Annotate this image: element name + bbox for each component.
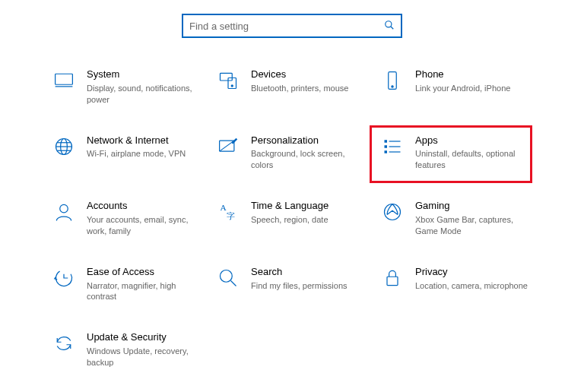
tile-desc: Wi-Fi, airplane mode, VPN [87, 148, 186, 160]
time-language-icon: A字 [216, 200, 240, 224]
tile-update-security[interactable]: Update & Security Windows Update, recove… [52, 331, 210, 368]
search-container [0, 0, 584, 68]
tile-title: Network & Internet [87, 134, 186, 147]
svg-point-27 [221, 270, 233, 282]
tile-title: Search [251, 266, 348, 279]
search-box[interactable] [182, 14, 402, 38]
tile-personalization[interactable]: Personalization Background, lock screen,… [216, 134, 374, 172]
system-icon [52, 68, 76, 93]
search-icon [384, 20, 395, 33]
svg-point-0 [386, 21, 392, 27]
search-input[interactable] [189, 21, 384, 32]
svg-point-6 [231, 85, 233, 87]
tile-devices[interactable]: Devices Bluetooth, printers, mouse [216, 68, 374, 106]
tile-desc: Display, sound, notifications, power [87, 83, 201, 106]
tile-desc: Narrator, magnifier, high contrast [87, 280, 201, 303]
sync-icon [52, 331, 76, 356]
svg-rect-4 [221, 73, 233, 81]
tile-title: Privacy [415, 266, 528, 279]
tile-desc: Bluetooth, printers, mouse [251, 83, 348, 94]
svg-point-25 [385, 204, 401, 220]
apps-list-icon [380, 134, 405, 159]
tile-desc: Background, lock screen, colors [251, 148, 365, 171]
tile-desc: Windows Update, recovery, backup [87, 346, 201, 368]
tile-time-language[interactable]: A字 Time & Language Speech, region, date [216, 200, 374, 237]
svg-rect-2 [56, 74, 73, 84]
tile-phone[interactable]: Phone Link your Android, iPhone [380, 68, 538, 106]
tile-title: Devices [251, 68, 348, 81]
ease-of-access-icon [52, 266, 76, 290]
tile-title: Personalization [251, 134, 365, 147]
svg-point-8 [392, 86, 393, 87]
paint-icon [216, 134, 240, 159]
svg-rect-29 [387, 277, 398, 285]
svg-point-22 [60, 205, 68, 213]
tile-gaming[interactable]: Gaming Xbox Game Bar, captures, Game Mod… [380, 200, 538, 237]
tile-title: Accounts [87, 200, 201, 213]
tile-search[interactable]: Search Find my files, permissions [216, 266, 374, 303]
lock-icon [380, 266, 405, 290]
svg-rect-16 [385, 140, 388, 143]
tile-title: System [87, 68, 201, 81]
tile-title: Phone [415, 68, 510, 81]
svg-rect-20 [385, 150, 388, 153]
gaming-icon [380, 200, 405, 224]
svg-rect-18 [385, 145, 388, 148]
tile-desc: Link your Android, iPhone [415, 83, 510, 94]
tile-desc: Your accounts, email, sync, work, family [87, 214, 201, 237]
svg-text:A: A [221, 203, 227, 212]
svg-line-1 [391, 26, 394, 29]
tile-title: Apps [415, 134, 529, 147]
tile-desc: Uninstall, defaults, optional features [415, 148, 529, 171]
tile-title: Gaming [415, 200, 529, 213]
tile-title: Time & Language [251, 200, 328, 213]
settings-grid: System Display, sound, notifications, po… [0, 68, 584, 368]
person-icon [52, 200, 76, 224]
tile-desc: Find my files, permissions [251, 280, 348, 292]
tile-title: Update & Security [87, 331, 201, 344]
phone-icon [380, 68, 405, 93]
tile-privacy[interactable]: Privacy Location, camera, microphone [380, 266, 538, 303]
svg-text:字: 字 [227, 211, 235, 220]
tile-desc: Location, camera, microphone [415, 280, 528, 292]
tile-title: Ease of Access [87, 266, 201, 279]
globe-icon [52, 134, 76, 159]
tile-system[interactable]: System Display, sound, notifications, po… [52, 68, 210, 106]
magnifier-icon [216, 266, 240, 290]
tile-desc: Speech, region, date [251, 214, 328, 226]
tile-apps[interactable]: Apps Uninstall, defaults, optional featu… [380, 134, 538, 172]
tile-accounts[interactable]: Accounts Your accounts, email, sync, wor… [52, 200, 210, 237]
devices-icon [216, 68, 240, 93]
tile-ease-of-access[interactable]: Ease of Access Narrator, magnifier, high… [52, 266, 210, 303]
tile-network[interactable]: Network & Internet Wi-Fi, airplane mode,… [52, 134, 210, 172]
svg-line-28 [231, 280, 236, 286]
tile-desc: Xbox Game Bar, captures, Game Mode [415, 214, 529, 237]
